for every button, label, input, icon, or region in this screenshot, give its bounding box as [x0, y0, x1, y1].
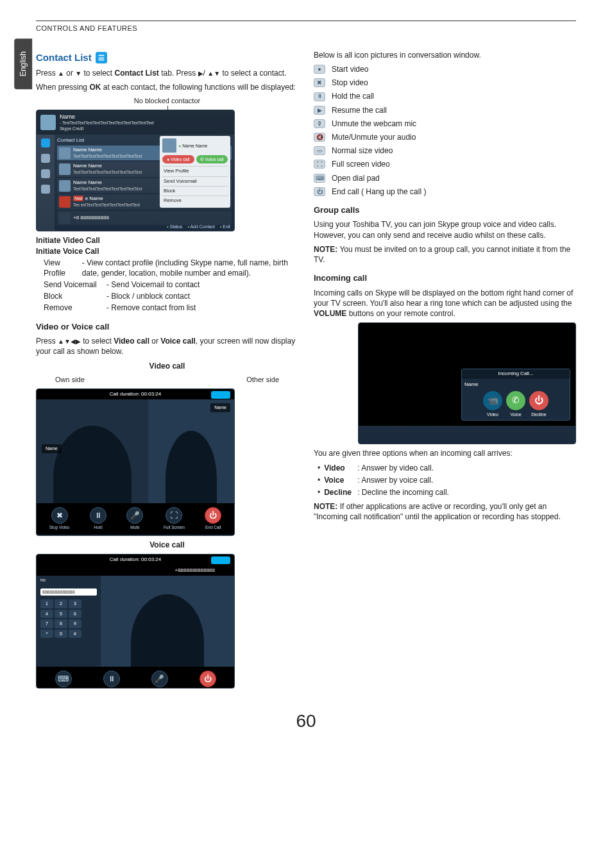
contact-list-icon: ☰: [96, 52, 107, 63]
note-group-calls: NOTE: You must be invited on to a group …: [314, 244, 576, 265]
skype-logo-icon: [211, 556, 230, 564]
mute-button[interactable]: 🎤Mute: [151, 671, 168, 688]
mute-button[interactable]: 🎤Mute: [126, 507, 143, 531]
menu-item[interactable]: Remove: [162, 196, 228, 205]
skype-logo-icon: [211, 391, 230, 399]
para-press-ok: When pressing OK at each contact, the fo…: [36, 82, 298, 92]
option-row: Video: Answer by video call.: [318, 463, 576, 473]
hold-button[interactable]: ⏸Hold: [90, 507, 106, 531]
labels-own-other: Own sideOther side: [36, 375, 298, 385]
answer-voice-button[interactable]: ✆Voice: [506, 391, 525, 417]
icon-legend-row: ▶Resume the call: [314, 105, 576, 115]
video-call-button[interactable]: ● Video call: [162, 155, 194, 163]
up-triangle-icon: ▲: [58, 69, 64, 78]
icon-legend-row: ▭Normal size video: [314, 146, 576, 156]
page-number: 60: [36, 709, 576, 733]
menu-item[interactable]: Send Voicemail: [162, 176, 228, 186]
label-initiate-voice: Initiate Voice Call: [36, 246, 298, 256]
menu-item[interactable]: View Profile: [162, 166, 228, 176]
voice-call-button[interactable]: ✆ Voice call: [196, 155, 228, 163]
dialpad-icon: ⌨: [314, 174, 325, 183]
fullscreen-button[interactable]: ⛶Full Screen: [164, 507, 185, 531]
avatar: [40, 115, 56, 130]
sidebar-icon: [41, 169, 50, 178]
note-incoming: NOTE: If other applications are active o…: [314, 501, 576, 522]
option-row: Voice: Answer by voice call.: [318, 475, 576, 485]
fullscreen-icon: ⛶: [314, 160, 325, 169]
stop-video-button[interactable]: ✖Stop Video: [49, 507, 70, 531]
down-triangle-icon: ▼: [75, 69, 81, 78]
screenshot-voice-call: Call duration: 00:03:24 +8888888888888 n…: [36, 554, 235, 689]
decline-button[interactable]: ⏻Decline: [529, 391, 548, 417]
dialpad[interactable]: 123 456 789 *0#: [40, 599, 97, 638]
sidebar-icon: [41, 154, 50, 163]
heading-video-voice-call: Video or Voice call: [36, 321, 298, 333]
end-call-button[interactable]: ⏻End Call: [200, 671, 216, 688]
option-row: Decline: Decline the incoming call.: [318, 487, 576, 497]
sidebar-icon: [41, 138, 50, 147]
end-call-button[interactable]: ⏻End Call: [205, 507, 221, 531]
end-call-icon: ⏻: [314, 187, 325, 196]
screenshot-video-call: Call duration: 00:03:24 Name Name ✖Stop …: [36, 388, 235, 536]
func-row: Send Voicemail- Send Voicemail to contac…: [44, 280, 298, 290]
label-initiate-video: Initiate Video Call: [36, 235, 298, 246]
start-video-icon: ●: [314, 65, 325, 74]
icon-legend-row: ✖Stop video: [314, 78, 576, 88]
unmute-webcam-icon: 🎙: [314, 119, 325, 128]
para-select-contact: Press ▲ or ▼ to select Contact List tab.…: [36, 68, 298, 78]
caption-video-call: Video call: [36, 361, 298, 371]
running-head: CONTROLS AND FEATURES: [36, 24, 576, 33]
answer-video-button[interactable]: 📹Video: [483, 391, 502, 417]
icon-legend-row: ●Start video: [314, 64, 576, 74]
hold-button[interactable]: ⏸Hold: [103, 671, 120, 688]
right-triangle-icon: ▶: [198, 69, 203, 78]
list-item: +8 8888888888: [57, 211, 232, 225]
language-tab: English: [14, 38, 32, 89]
dialpad-button[interactable]: ⌨Dial Pad: [55, 671, 72, 688]
icon-legend-row: ⏸Hold the call: [314, 91, 576, 101]
heading-incoming-call: Incoming call: [314, 272, 576, 284]
context-menu: ● Name Name ● Video call ✆ Voice call Vi…: [160, 136, 230, 208]
heading-group-calls: Group calls: [314, 204, 576, 216]
callout-no-blocked: No blocked contactor: [36, 96, 298, 106]
para-icon-intro: Below is all icon pictures in conversati…: [314, 50, 576, 60]
normal-size-icon: ▭: [314, 146, 325, 155]
para-incoming-call: Incoming calls on Skype will be displaye…: [314, 288, 576, 319]
hold-call-icon: ⏸: [314, 92, 325, 101]
icon-legend-row: 🔇Mute/Unmute your audio: [314, 132, 576, 142]
sidebar-icon: [41, 185, 50, 194]
func-row: Block- Block / unblock contact: [44, 291, 298, 301]
mute-audio-icon: 🔇: [314, 133, 325, 142]
func-row: View Profile- View contact profile (incl…: [44, 258, 298, 278]
para-three-options: You are given three options when an inco…: [314, 448, 576, 458]
menu-item[interactable]: Block: [162, 186, 228, 196]
icon-legend-row: ⛶Full screen video: [314, 159, 576, 169]
para-video-voice: Press ▲▼◀▶ to select Video call or Voice…: [36, 336, 298, 356]
resume-call-icon: ▶: [314, 106, 325, 115]
heading-contact-list: Contact List ☰: [36, 51, 298, 64]
para-group-calls: Using your Toshiba TV, you can join Skyp…: [314, 219, 576, 240]
func-row: Remove- Remove contact from list: [44, 303, 298, 313]
up-triangle-icon: ▲: [207, 69, 214, 78]
icon-legend-row: ⌨Open dial pad: [314, 173, 576, 183]
stop-video-icon: ✖: [314, 78, 325, 87]
icon-legend-row: 🎙Unmute the webcam mic: [314, 119, 576, 129]
down-triangle-icon: ▼: [214, 69, 220, 78]
screenshot-contact-list: Name - TextTextTextTextTextTextTextTextT…: [36, 110, 235, 231]
caption-voice-call: Voice call: [36, 540, 298, 550]
screenshot-incoming-call: Incoming Call... Name 📹Video ✆Voice ⏻Dec…: [358, 322, 576, 444]
icon-legend-row: ⏻End call ( Hang up the call ): [314, 187, 576, 197]
